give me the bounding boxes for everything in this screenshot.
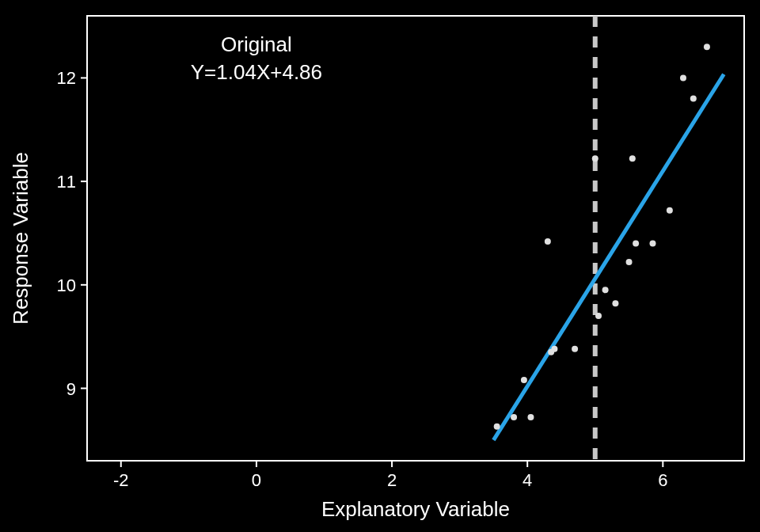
data-point bbox=[572, 346, 578, 352]
x-tick-label: 2 bbox=[387, 470, 397, 490]
data-point bbox=[680, 74, 686, 81]
data-point bbox=[595, 313, 602, 319]
scatter-chart: -20246 9101112 Explanatory Variable Resp… bbox=[0, 0, 760, 532]
y-tick-label: 11 bbox=[57, 172, 76, 192]
x-axis-label: Explanatory Variable bbox=[321, 497, 510, 521]
data-point bbox=[629, 155, 636, 162]
data-point bbox=[551, 346, 557, 352]
data-point bbox=[545, 238, 551, 245]
data-point bbox=[690, 96, 697, 102]
x-tick-label: 6 bbox=[658, 470, 667, 490]
y-tick-label: 12 bbox=[57, 68, 76, 88]
y-tick-label: 10 bbox=[57, 276, 76, 295]
x-tick-label: 4 bbox=[522, 470, 532, 490]
x-tick-label: -2 bbox=[113, 470, 129, 490]
annotation-title: Original bbox=[221, 32, 292, 56]
data-point bbox=[704, 44, 710, 50]
data-point bbox=[511, 414, 517, 420]
data-point bbox=[592, 155, 598, 162]
x-tick-label: 0 bbox=[252, 470, 261, 490]
data-point bbox=[602, 287, 609, 293]
y-tick-label: 9 bbox=[66, 379, 76, 399]
x-axis-ticks: -20246 bbox=[113, 461, 667, 490]
data-point bbox=[612, 300, 618, 306]
y-axis-label: Response Variable bbox=[9, 152, 32, 325]
chart-container: -20246 9101112 Explanatory Variable Resp… bbox=[0, 0, 760, 532]
data-point bbox=[626, 259, 633, 265]
data-point bbox=[649, 241, 656, 247]
data-point bbox=[667, 207, 673, 214]
data-point bbox=[521, 377, 527, 383]
data-point bbox=[527, 414, 534, 420]
annotation-equation: Y=1.04X+4.86 bbox=[191, 60, 322, 84]
data-point bbox=[633, 241, 639, 247]
data-point bbox=[494, 424, 500, 430]
plot-frame bbox=[87, 16, 744, 461]
y-axis-ticks: 9101112 bbox=[57, 68, 87, 398]
